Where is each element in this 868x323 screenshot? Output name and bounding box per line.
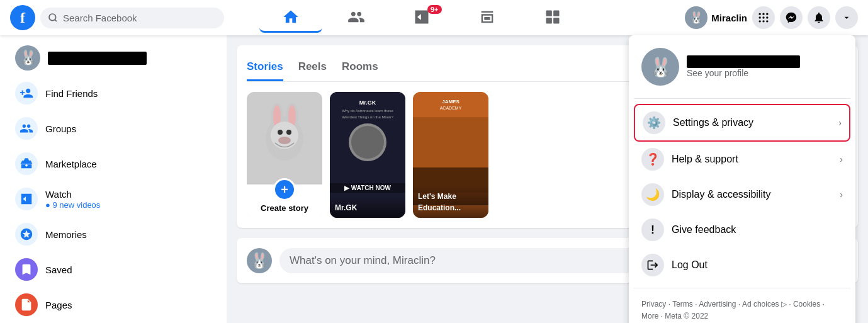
feedback-icon: ! bbox=[641, 218, 664, 241]
dropdown-profile[interactable]: 🐰 See your profile bbox=[634, 40, 850, 93]
sidebar-label-groups: Groups bbox=[45, 123, 76, 134]
svg-line-1 bbox=[55, 20, 57, 21]
messenger-btn[interactable] bbox=[780, 6, 803, 29]
sidebar-item-watch[interactable]: Watch ● 9 new videos bbox=[5, 181, 222, 217]
svg-rect-2 bbox=[546, 10, 551, 16]
footer-more-link[interactable]: More bbox=[641, 312, 658, 320]
svg-point-6 bbox=[759, 13, 761, 15]
tab-reels[interactable]: Reels bbox=[298, 55, 327, 81]
sidebar-item-marketplace[interactable]: Marketplace bbox=[5, 146, 222, 181]
svg-point-14 bbox=[766, 20, 768, 22]
story-card-education[interactable]: JA JAMES ACADEMY Let's Make Education... bbox=[413, 92, 488, 218]
search-placeholder: Search Facebook bbox=[63, 13, 137, 23]
post-avatar: 🐰 bbox=[247, 248, 272, 273]
dropdown-divider-1 bbox=[634, 98, 850, 99]
display-arrow-icon: › bbox=[840, 190, 843, 200]
dropdown-item-help[interactable]: ❓ Help & support › bbox=[634, 142, 850, 177]
sidebar: 🐰 ██████████████ Find Friends Groups Mar… bbox=[0, 35, 227, 323]
story-mrgk-watch-now: ▶ WATCH NOW bbox=[330, 183, 405, 193]
sidebar-avatar: 🐰 bbox=[15, 45, 40, 71]
watch-sub-label: ● 9 new videos bbox=[45, 200, 100, 210]
dropdown-label-display: Display & accessibility bbox=[672, 189, 832, 200]
nav-watch-btn[interactable]: 9+ bbox=[390, 3, 453, 33]
sidebar-user-profile[interactable]: 🐰 ██████████████ bbox=[5, 40, 222, 76]
search-bar[interactable]: Search Facebook bbox=[40, 8, 224, 28]
dropdown-item-settings[interactable]: ⚙️ Settings & privacy › bbox=[634, 104, 850, 142]
dropdown-profile-sub: See your profile bbox=[687, 68, 800, 78]
tab-rooms[interactable]: Rooms bbox=[342, 55, 378, 81]
svg-point-21 bbox=[278, 130, 283, 135]
search-icon bbox=[48, 13, 58, 23]
footer-privacy-link[interactable]: Privacy bbox=[641, 300, 666, 309]
nav-marketplace-btn[interactable] bbox=[456, 3, 519, 33]
find-friends-icon bbox=[15, 82, 38, 105]
create-story-image bbox=[247, 92, 322, 184]
menu-icon bbox=[544, 8, 561, 26]
create-story-label: Create story bbox=[261, 203, 308, 213]
saved-icon bbox=[15, 258, 38, 281]
footer-advertising-link[interactable]: Advertising bbox=[699, 300, 736, 309]
footer-terms-link[interactable]: Terms bbox=[672, 300, 693, 309]
svg-rect-5 bbox=[553, 18, 559, 23]
dropdown-menu: 🐰 See your profile ⚙️ Settings & privacy… bbox=[629, 35, 855, 323]
dropdown-item-feedback[interactable]: ! Give feedback bbox=[634, 212, 850, 247]
nav-friends-btn[interactable] bbox=[325, 3, 388, 33]
svg-point-9 bbox=[759, 16, 761, 18]
svg-text:Mr.GK: Mr.GK bbox=[359, 99, 376, 106]
help-arrow-icon: › bbox=[840, 154, 843, 164]
facebook-logo[interactable]: f bbox=[10, 5, 35, 30]
dropdown-item-logout[interactable]: Log Out bbox=[634, 247, 850, 283]
user-name: Miraclin bbox=[711, 13, 747, 23]
watch-icon-sidebar bbox=[15, 188, 38, 210]
grid-menu-btn[interactable] bbox=[752, 6, 775, 29]
create-story-card[interactable]: + Create story bbox=[247, 92, 322, 218]
sidebar-item-memories[interactable]: Memories bbox=[5, 217, 222, 252]
settings-arrow-icon: › bbox=[838, 118, 842, 128]
user-profile-btn[interactable]: 🐰 Miraclin bbox=[685, 6, 747, 29]
svg-point-12 bbox=[759, 20, 761, 22]
sidebar-label-watch: Watch bbox=[45, 189, 72, 200]
help-icon: ❓ bbox=[641, 148, 664, 171]
dropdown-footer: Privacy · Terms · Advertising · Ad choic… bbox=[634, 293, 850, 323]
sidebar-label-saved: Saved bbox=[45, 264, 72, 275]
story-card-mrgk[interactable]: GK Mr.GK Why do Astronauts learn these W… bbox=[330, 92, 405, 218]
create-story-plus-btn[interactable]: + bbox=[273, 178, 296, 201]
notifications-btn[interactable] bbox=[808, 6, 830, 29]
bunny-illustration bbox=[253, 98, 316, 179]
topnav-center: 9+ bbox=[224, 3, 619, 33]
dropdown-label-help: Help & support bbox=[672, 154, 832, 165]
sidebar-label-find-friends: Find Friends bbox=[45, 88, 98, 99]
footer-adchoices-link[interactable]: Ad choices ▷ bbox=[742, 300, 787, 309]
dropdown-profile-name bbox=[687, 55, 800, 68]
memories-icon bbox=[15, 223, 38, 246]
story-mrgk-overlay: Mr.GK bbox=[330, 196, 405, 218]
sidebar-item-pages[interactable]: Pages bbox=[5, 287, 222, 322]
create-story-bottom: + Create story bbox=[247, 184, 322, 218]
topnav-left: f Search Facebook bbox=[10, 5, 224, 30]
groups-icon bbox=[15, 117, 38, 140]
dropdown-footer-text: Privacy · Terms · Advertising · Ad choic… bbox=[641, 300, 825, 320]
svg-point-7 bbox=[762, 13, 764, 15]
logout-icon bbox=[641, 254, 664, 276]
sidebar-item-groups[interactable]: Groups bbox=[5, 111, 222, 146]
watch-badge: 9+ bbox=[427, 5, 442, 14]
footer-cookies-link[interactable]: Cookies bbox=[793, 300, 820, 309]
settings-icon: ⚙️ bbox=[643, 111, 665, 134]
svg-text:Why do Astronauts learn these: Why do Astronauts learn these bbox=[342, 109, 393, 113]
dropdown-arrow-btn[interactable] bbox=[835, 6, 858, 29]
svg-point-11 bbox=[766, 16, 768, 18]
sidebar-item-saved[interactable]: Saved bbox=[5, 252, 222, 287]
dropdown-item-display[interactable]: 🌙 Display & accessibility › bbox=[634, 177, 850, 212]
dropdown-profile-info: See your profile bbox=[687, 55, 800, 78]
svg-point-13 bbox=[762, 20, 764, 22]
sidebar-watch-info: Watch ● 9 new videos bbox=[45, 189, 100, 210]
sidebar-item-find-friends[interactable]: Find Friends bbox=[5, 76, 222, 111]
dropdown-label-logout: Log Out bbox=[672, 259, 843, 271]
dropdown-label-feedback: Give feedback bbox=[672, 224, 843, 235]
sidebar-label-marketplace: Marketplace bbox=[45, 159, 97, 169]
topnav: f Search Facebook 9+ 🐰 Miraclin bbox=[0, 0, 868, 35]
topnav-right: 🐰 Miraclin bbox=[619, 6, 858, 29]
nav-home-btn[interactable] bbox=[259, 3, 322, 33]
nav-menu-btn[interactable] bbox=[521, 3, 584, 33]
tab-stories[interactable]: Stories bbox=[247, 55, 283, 81]
